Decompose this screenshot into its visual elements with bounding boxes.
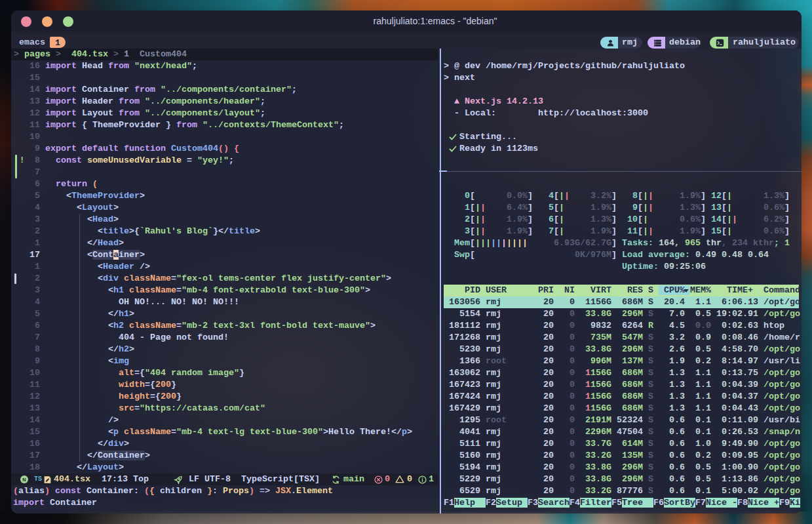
svg-text:N: N xyxy=(22,477,26,483)
